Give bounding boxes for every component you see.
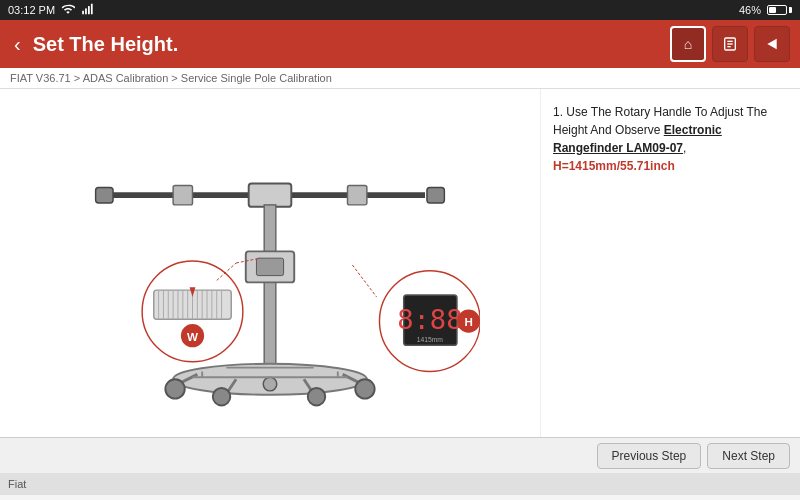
svg-line-59 [352, 265, 376, 297]
svg-rect-12 [249, 184, 292, 207]
status-right: 46% [739, 4, 792, 16]
svg-rect-11 [427, 187, 444, 203]
svg-rect-3 [91, 4, 93, 15]
previous-step-button[interactable]: Previous Step [597, 443, 702, 469]
svg-rect-2 [88, 6, 90, 14]
signal-icon [81, 2, 95, 18]
calibration-diagram: W 8:88 1415mm H [60, 108, 480, 418]
svg-marker-8 [767, 39, 776, 50]
diagram-area: W 8:88 1415mm H [0, 89, 540, 437]
instructions-area: 1. Use The Rotary Handle To Adjust The H… [540, 89, 800, 437]
svg-rect-13 [173, 186, 192, 205]
svg-rect-15 [264, 205, 276, 375]
svg-rect-1 [85, 8, 87, 14]
wifi-icon [61, 2, 75, 18]
svg-point-27 [263, 377, 277, 391]
svg-text:8:88: 8:88 [397, 304, 462, 335]
header: ‹ Set The Height. ⌂ [0, 20, 800, 68]
home-button[interactable]: ⌂ [670, 26, 706, 62]
svg-rect-17 [256, 258, 283, 275]
svg-point-26 [308, 388, 325, 405]
document-button[interactable] [712, 26, 748, 62]
svg-point-24 [355, 379, 374, 398]
svg-text:H: H [464, 315, 472, 328]
back-button[interactable]: ‹ [10, 29, 25, 60]
instruction-step-text: 1. Use The Rotary Handle To Adjust The H… [553, 105, 767, 137]
time-display: 03:12 PM [8, 4, 55, 16]
svg-point-25 [213, 388, 230, 405]
status-bar: 03:12 PM 46% [0, 0, 800, 20]
battery-percent: 46% [739, 4, 761, 16]
svg-rect-14 [348, 186, 367, 205]
height-highlight: H=1415mm/55.71inch [553, 159, 675, 173]
svg-text:W: W [187, 330, 198, 343]
main-content: W 8:88 1415mm H 1. Use The Rotary Handle… [0, 89, 800, 437]
bottom-bar: Fiat [0, 473, 800, 495]
breadcrumb: FIAT V36.71 > ADAS Calibration > Service… [0, 68, 800, 89]
bottom-bar-label: Fiat [8, 478, 26, 490]
battery-icon [767, 5, 792, 15]
page-title: Set The Height. [33, 33, 179, 56]
share-button[interactable] [754, 26, 790, 62]
header-right: ⌂ [670, 26, 790, 62]
status-left: 03:12 PM [8, 2, 95, 18]
svg-rect-10 [96, 187, 113, 203]
footer: Previous Step Next Step [0, 437, 800, 473]
instruction-paragraph: 1. Use The Rotary Handle To Adjust The H… [553, 103, 788, 175]
svg-point-23 [165, 379, 184, 398]
next-step-button[interactable]: Next Step [707, 443, 790, 469]
header-left: ‹ Set The Height. [10, 29, 178, 60]
svg-text:1415mm: 1415mm [417, 336, 444, 343]
svg-rect-0 [82, 11, 84, 15]
